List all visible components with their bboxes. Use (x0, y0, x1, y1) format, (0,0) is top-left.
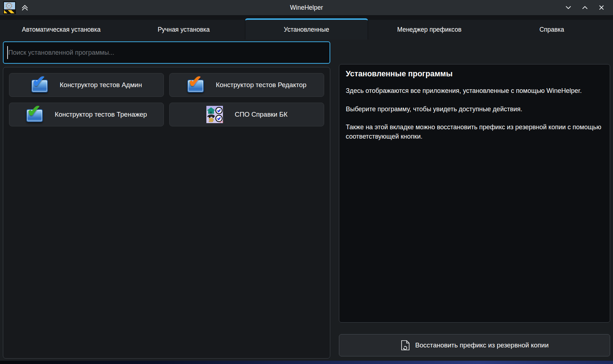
info-paragraph: Выберите программу, чтобы увидеть доступ… (346, 105, 603, 114)
minimize-button[interactable] (565, 4, 572, 11)
check-glyph: ✔ (27, 102, 41, 120)
program-button-spo-spravki[interactable]: 2.5 СПО Справки БК (169, 103, 324, 126)
restore-button-label: Восстановить префикс из резервной копии (415, 341, 549, 349)
titlebar-left: ⚙ (0, 1, 29, 14)
program-button-konstruktor-admin[interactable]: ✔ Конструктор тестов Админ (9, 73, 164, 97)
program-button-konstruktor-trenazher[interactable]: ✔ Конструктор тестов Тренажер (9, 103, 164, 126)
info-paragraph: Здесь отображаются все приложения, устан… (346, 86, 603, 96)
hazard-stripes (4, 9, 15, 13)
text-caret (7, 46, 8, 59)
svg-text:2.5: 2.5 (220, 120, 223, 123)
tab-manual-install[interactable]: Ручная установка (122, 20, 245, 40)
left-column: ✔ Конструктор тестов Админ ✔ Конструктор… (3, 41, 330, 361)
installed-programs-panel: ✔ Конструктор тестов Админ ✔ Конструктор… (3, 67, 330, 359)
tab-prefix-manager[interactable]: Менеджер префиксов (368, 20, 491, 40)
checkbox-blue-icon: ✔ (31, 76, 48, 94)
program-label: Конструктор тестов Админ (60, 81, 142, 89)
keep-above-icon[interactable] (21, 4, 29, 12)
spo-spravki-icon: 2.5 (206, 106, 223, 123)
program-button-konstruktor-redaktor[interactable]: ✔ Конструктор тестов Редактор (169, 73, 324, 97)
tab-bar: Автоматическая установка Ручная установк… (0, 20, 613, 40)
winehelper-window: ⚙ WineHelper Автоматическая установк (0, 0, 613, 364)
info-title: Установленные программы (346, 69, 603, 78)
program-label: Конструктор тестов Тренажер (55, 111, 147, 118)
close-button[interactable] (598, 4, 605, 11)
search-wrapper (3, 41, 330, 64)
app-icon: ⚙ (3, 1, 16, 14)
document-restore-icon (401, 340, 410, 351)
maximize-button[interactable] (581, 4, 589, 11)
check-glyph: ✔ (188, 73, 202, 90)
checkbox-green-icon: ✔ (26, 106, 43, 123)
check-glyph: ✔ (32, 73, 46, 90)
program-label: Конструктор тестов Редактор (216, 81, 306, 89)
taskbar-edge (0, 361, 613, 364)
info-paragraph: Также на этой вкладке можно восстановить… (346, 123, 603, 141)
main-content: ✔ Конструктор тестов Админ ✔ Конструктор… (0, 40, 613, 361)
window-title: WineHelper (0, 4, 613, 12)
tab-help[interactable]: Справка (491, 20, 613, 40)
window-controls (565, 4, 613, 11)
checkbox-orange-icon: ✔ (187, 76, 204, 94)
right-column: Установленные программы Здесь отображают… (339, 41, 610, 361)
search-input[interactable] (3, 41, 330, 64)
tab-auto-install[interactable]: Автоматическая установка (0, 20, 122, 40)
tab-installed[interactable]: Установленные (245, 18, 368, 40)
info-panel: Установленные программы Здесь отображают… (339, 64, 610, 323)
restore-prefix-button[interactable]: Восстановить префикс из резервной копии (339, 334, 610, 356)
titlebar[interactable]: ⚙ WineHelper (0, 0, 613, 15)
program-label: СПО Справки БК (235, 111, 287, 118)
